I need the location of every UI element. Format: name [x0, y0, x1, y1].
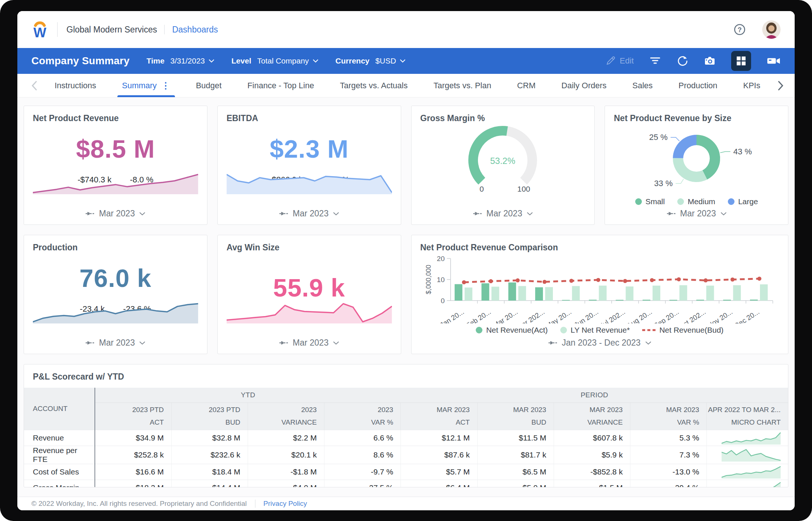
currency-filter[interactable]: Currency $USD: [336, 56, 406, 65]
card-title: Net Product Revenue Comparison: [420, 243, 780, 253]
tab-targets-vs-actuals[interactable]: Targets vs. Actuals: [327, 74, 420, 97]
avatar[interactable]: [762, 20, 781, 39]
currency-label: Currency: [336, 56, 369, 65]
micro-chart-cell: [707, 430, 788, 446]
value-cell: $6.4 M: [401, 480, 477, 487]
tabs-scroll-right[interactable]: [773, 74, 788, 97]
account-cell: Gross Margin: [24, 480, 95, 487]
pin-icon: [85, 340, 94, 345]
value-cell: $11.5 M: [477, 430, 554, 446]
pin-icon: [473, 211, 482, 216]
chevron-down-icon: [645, 341, 651, 345]
chevron-down-icon: [139, 341, 145, 345]
tab-crm[interactable]: CRM: [504, 74, 548, 97]
card-revenue-by-size: Net Product Revenue by Size 43 %33 %25 %…: [605, 106, 788, 225]
micro-chart: [722, 465, 781, 479]
tab-daily-orders[interactable]: Daily Orders: [548, 74, 619, 97]
period-selector[interactable]: Jan 2023 - Dec 2023: [412, 338, 788, 348]
card-avg-win-size: Avg Win Size 55.9 k Mar 2023: [217, 235, 401, 354]
dashboards-link[interactable]: Dashboards: [172, 25, 218, 35]
tab-label: CRM: [517, 81, 536, 90]
micro-chart-cell: [707, 480, 788, 487]
tab-label: KPIs: [743, 81, 760, 90]
tabs-scroll-left[interactable]: [27, 74, 42, 97]
tab-production[interactable]: Production: [665, 74, 730, 97]
card-ebitda: EBITDA $2.3 M -$866.9 k -27.0 % Mar 2023: [217, 106, 401, 225]
pl-table: ACCOUNTYTDPERIOD2023 PTDACT2023 PTDBUD20…: [24, 388, 788, 487]
app-footer: © 2022 Workday, Inc. All rights reserved…: [17, 497, 795, 510]
gauge-chart: 53.2%0100: [420, 123, 586, 196]
column-header: MAR 2023BUD: [477, 402, 554, 430]
svg-text:43 %: 43 %: [733, 147, 752, 156]
chevron-down-icon: [400, 59, 406, 63]
card-title: Avg Win Size: [227, 243, 392, 253]
value-cell: $607.8 k: [554, 430, 630, 446]
tab-menu-icon[interactable]: ⋮: [161, 80, 170, 91]
period-selector[interactable]: Mar 2023: [218, 209, 401, 219]
privacy-policy-link[interactable]: Privacy Policy: [264, 500, 307, 508]
tab-summary[interactable]: Summary⋮: [109, 74, 183, 97]
value-cell: $2.2 M: [248, 430, 324, 446]
chart-legend: Net Revenue(Act)LY Net Revenue*Net Reven…: [420, 326, 780, 335]
column-header: MAR 2023VAR %: [630, 402, 707, 430]
period-selector[interactable]: Mar 2023: [605, 209, 788, 219]
tab-label: Budget: [196, 81, 222, 90]
micro-chart: [722, 448, 781, 462]
value-cell: $252.8 k: [95, 446, 171, 464]
tab-finance-top-line[interactable]: Finance - Top Line: [234, 74, 327, 97]
svg-text:Apr 202...: Apr 202...: [516, 308, 546, 323]
svg-text:0: 0: [480, 185, 484, 193]
help-icon[interactable]: ?: [732, 22, 747, 37]
card-production: Production 76.0 k -23.4 k -23.6 % Mar 20…: [24, 235, 207, 354]
value-cell: $1.5 M: [554, 480, 630, 487]
value-cell: 7.3 %: [630, 446, 707, 464]
period-label: Mar 2023: [99, 338, 135, 348]
level-filter[interactable]: Level Total Company: [231, 56, 319, 65]
filter-icon[interactable]: [649, 55, 661, 67]
tab-instructions[interactable]: Instructions: [42, 74, 109, 97]
dashboard-content: Net Product Revenue $8.5 M -$740.3 k -8.…: [17, 97, 795, 497]
legend-dot-icon: [728, 198, 734, 205]
column-header: 2023VARIANCE: [248, 402, 324, 430]
pin-icon: [667, 211, 676, 216]
period-selector[interactable]: Mar 2023: [24, 209, 207, 219]
pin-icon: [85, 211, 94, 216]
tab-budget[interactable]: Budget: [183, 74, 235, 97]
table-row: Gross Margin$18.3 M$14.4 M$4.0 M27.5 %$6…: [24, 480, 788, 487]
grid-view-button-active[interactable]: [731, 51, 751, 71]
refresh-icon[interactable]: [677, 55, 688, 67]
sparkline-chart: [33, 173, 198, 194]
card-gross-margin: Gross Margin % 53.2%0100 Mar 2023: [411, 106, 595, 225]
value-cell: -13.0 %: [630, 464, 707, 480]
copyright: © 2022 Workday, Inc. All rights reserved…: [31, 500, 247, 508]
tab-kpis[interactable]: KPIs: [730, 74, 773, 97]
value-cell: $32.8 M: [171, 430, 248, 446]
period-selector[interactable]: Mar 2023: [24, 338, 207, 348]
svg-text:10: 10: [437, 276, 444, 284]
svg-text:Jan 20...: Jan 20...: [438, 308, 465, 323]
time-label: Time: [147, 56, 165, 65]
period-label: Mar 2023: [293, 209, 328, 219]
value-cell: $232.6 k: [171, 446, 248, 464]
value-cell: 5.3 %: [630, 430, 707, 446]
tab-targets-vs-plan[interactable]: Targets vs. Plan: [420, 74, 504, 97]
period-label: Jan 2023 - Dec 2023: [562, 338, 641, 348]
svg-text:53.2%: 53.2%: [490, 156, 515, 166]
chevron-down-icon: [139, 212, 145, 216]
svg-text:W: W: [34, 25, 47, 40]
value-cell: -$1.8 M: [248, 464, 324, 480]
svg-text:Nov 20...: Nov 20...: [706, 308, 734, 323]
column-group-header: YTD: [95, 388, 401, 402]
tab-sales[interactable]: Sales: [619, 74, 665, 97]
time-filter[interactable]: Time 3/31/2023: [147, 56, 214, 65]
tab-label: Sales: [632, 81, 653, 90]
value-cell: -9.7 %: [324, 464, 401, 480]
column-header: 2023 PTDACT: [95, 402, 171, 430]
period-selector[interactable]: Mar 2023: [412, 209, 595, 219]
period-selector[interactable]: Mar 2023: [218, 338, 401, 348]
video-icon[interactable]: [767, 55, 781, 67]
chevron-down-icon: [333, 212, 339, 216]
svg-text:Feb 20...: Feb 20...: [465, 308, 492, 323]
micro-chart: [722, 431, 781, 445]
camera-icon[interactable]: [704, 55, 716, 67]
